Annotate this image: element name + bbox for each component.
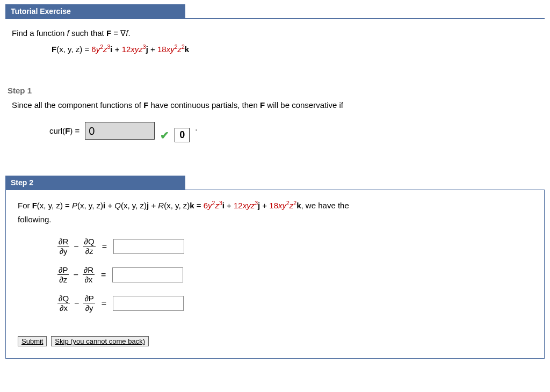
vector-F: F xyxy=(52,45,56,54)
fraction: ∂P ∂z xyxy=(57,265,69,284)
fraction: ∂Q ∂x xyxy=(57,294,70,313)
fraction: ∂R ∂x xyxy=(83,265,95,284)
curl-label: curl(F) = xyxy=(49,126,79,135)
curl-answer-input[interactable]: 0 xyxy=(85,122,155,140)
answer-input-2[interactable] xyxy=(112,267,183,282)
submit-button[interactable]: Submit xyxy=(18,336,47,346)
step2-text: For F(x, y, z) = P(x, y, z)i + Q(x, y, z… xyxy=(18,199,532,226)
pd-row-3: ∂Q ∂x − ∂P ∂y = xyxy=(57,294,532,313)
problem-statement: Find a function f such that F = ∇f. F(x,… xyxy=(5,19,545,54)
check-icon: ✔ xyxy=(160,129,169,142)
tutorial-header: Tutorial Exercise xyxy=(5,4,185,18)
step2-header: Step 2 xyxy=(5,176,185,190)
skip-button[interactable]: Skip (you cannot come back) xyxy=(51,336,149,346)
step1-label: Step 1 xyxy=(8,86,545,95)
pd-row-2: ∂P ∂z − ∂R ∂x = xyxy=(57,265,532,284)
answer-input-1[interactable] xyxy=(113,239,184,254)
intro-text: Find a function xyxy=(12,28,67,38)
answer-input-3[interactable] xyxy=(113,296,184,311)
pd-row-1: ∂R ∂y − ∂Q ∂z = xyxy=(57,237,532,256)
step1-text: Since all the component functions of F h… xyxy=(12,100,538,110)
fraction: ∂R ∂y xyxy=(57,237,69,256)
period: . xyxy=(195,123,197,132)
partial-derivative-equations: ∂R ∂y − ∂Q ∂z = ∂P ∂z − ∂R ∂x xyxy=(57,237,532,313)
fraction: ∂P ∂y xyxy=(83,294,95,313)
fraction: ∂Q ∂z xyxy=(83,237,96,256)
correct-value-box: 0 xyxy=(175,128,190,142)
